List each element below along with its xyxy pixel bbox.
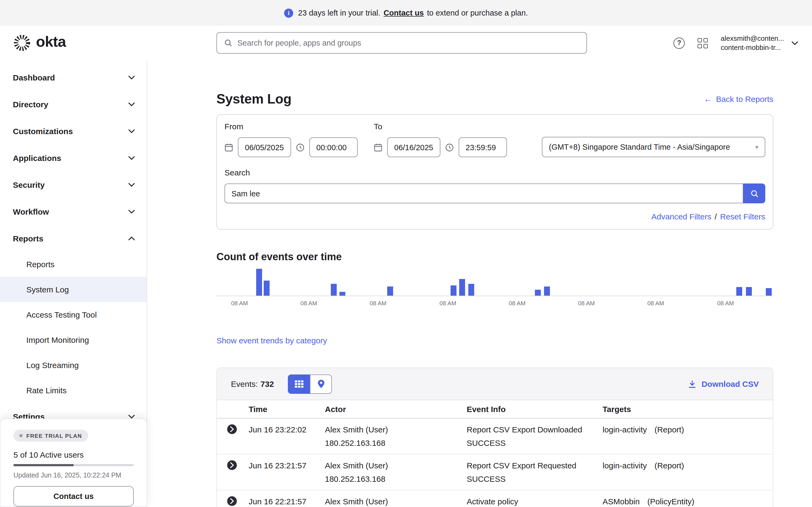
back-to-reports-link[interactable]: ← Back to Reports: [704, 95, 773, 104]
account-email: alexsmith@conten...: [721, 34, 784, 43]
events-table-header: Time Actor Event Info Targets: [217, 400, 773, 418]
sidebar-item-log-streaming[interactable]: Log Streaming: [0, 352, 147, 378]
sidebar-item-dashboard[interactable]: Dashboard: [0, 64, 147, 91]
sidebar-item-label: Security: [13, 180, 45, 189]
sidebar-item-customizations[interactable]: Customizations: [0, 117, 147, 144]
table-view-button[interactable]: [288, 374, 310, 394]
map-view-button[interactable]: [310, 374, 332, 394]
app-switcher-button[interactable]: [698, 38, 708, 48]
events-count-label: Events:: [231, 379, 258, 388]
to-date-input[interactable]: [387, 137, 440, 157]
sidebar-item-reports-sub[interactable]: Reports: [0, 251, 147, 277]
sidebar-subitem-label: Rate Limits: [26, 386, 66, 395]
banner-contact-link[interactable]: Contact us: [384, 9, 424, 17]
event-info: Report CSV Export Downloaded SUCCESS: [467, 423, 603, 450]
sidebar-item-reports[interactable]: Reports: [0, 225, 147, 251]
header-actions: ? alexsmith@conten... content-mobbin-tr.…: [673, 34, 798, 52]
expand-row-button[interactable]: [227, 425, 237, 434]
usage-updated-text: Updated Jun 16, 2025, 10:22:24 PM: [13, 471, 134, 479]
log-search-input[interactable]: [224, 183, 743, 203]
chart-bar: [459, 279, 465, 296]
account-menu[interactable]: alexsmith@conten... content-mobbin-tr...: [721, 34, 798, 52]
event-info: Activate policy SUCCESS: [467, 495, 603, 507]
main-content: System Log ← Back to Reports From: [216, 60, 773, 507]
okta-wordmark: okta: [36, 34, 66, 52]
event-row: Jun 16 22:21:57 Alex Smith (User) 180.25…: [217, 490, 773, 507]
chart-bar: [340, 292, 345, 296]
okta-admin-console: i 23 days left in your trial. Contact us…: [0, 0, 812, 507]
download-csv-link[interactable]: Download CSV: [688, 379, 759, 388]
download-csv-label: Download CSV: [702, 379, 759, 388]
contact-us-button[interactable]: Contact us: [13, 486, 134, 506]
sidebar-item-access-testing-tool[interactable]: Access Testing Tool: [0, 302, 147, 327]
sidebar-item-system-log[interactable]: System Log: [0, 277, 147, 302]
page-title-row: System Log ← Back to Reports: [216, 91, 773, 107]
sidebar-item-applications[interactable]: Applications: [0, 144, 147, 171]
sidebar-item-directory[interactable]: Directory: [0, 91, 147, 117]
info-icon: i: [284, 8, 293, 17]
chart-plot: [216, 264, 773, 296]
chart-tick-label: 08 AM: [509, 300, 525, 306]
help-button[interactable]: ?: [673, 37, 685, 49]
reset-filters-link[interactable]: Reset Filters: [720, 212, 765, 221]
advanced-filters-link[interactable]: Advanced Filters: [651, 212, 711, 221]
okta-logo[interactable]: okta: [13, 34, 66, 52]
from-date-input[interactable]: [238, 137, 291, 157]
sidebar-subitem-label: Reports: [26, 260, 54, 269]
sidebar-item-label: Reports: [13, 234, 43, 243]
clock-icon: [445, 143, 454, 152]
usage-progress-fill: [13, 464, 73, 466]
from-time-input[interactable]: [309, 137, 358, 157]
search-icon: [224, 39, 233, 47]
sidebar-item-rate-limits[interactable]: Rate Limits: [0, 378, 147, 403]
download-icon: [688, 380, 697, 388]
sidebar-item-label: Directory: [13, 100, 48, 109]
events-count: Events: 732: [231, 379, 274, 388]
page-title: System Log: [216, 91, 291, 107]
chart-bar: [736, 287, 742, 296]
to-time-input[interactable]: [459, 137, 507, 157]
sidebar-subitem-label: Import Monitoring: [26, 335, 89, 344]
chevron-down-icon: [129, 183, 135, 186]
sidebar-item-workflow[interactable]: Workflow: [0, 198, 147, 225]
global-search-input[interactable]: [237, 39, 579, 47]
from-filter-group: From: [224, 122, 358, 157]
chart-bar: [766, 288, 772, 296]
sidebar-item-security[interactable]: Security: [0, 171, 147, 198]
expand-row-button[interactable]: [227, 460, 237, 470]
event-actor: Alex Smith (User) 180.252.163.168: [325, 459, 467, 486]
location-pin-icon: [317, 379, 325, 388]
events-panel: Events: 732: [216, 368, 773, 507]
plan-badge: FREE TRIAL PLAN: [13, 430, 88, 442]
event-actor: Alex Smith (User) 180.252.163.168: [325, 423, 467, 450]
search-label: Search: [224, 168, 765, 177]
sidebar-item-import-monitoring[interactable]: Import Monitoring: [0, 327, 147, 352]
chevron-right-icon: [230, 498, 234, 504]
sidebar-item-label: Applications: [13, 153, 61, 162]
event-description: Report CSV Export Requested: [467, 459, 603, 472]
to-label: To: [374, 122, 507, 131]
event-result: SUCCESS: [467, 472, 603, 486]
account-info: alexsmith@conten... content-mobbin-tr...: [721, 34, 784, 52]
timezone-select[interactable]: (GMT+8) Singapore Standard Time - Asia/S…: [542, 137, 765, 157]
event-trends-link[interactable]: Show event trends by category: [216, 336, 327, 345]
target-type: (Report): [654, 425, 684, 434]
chart-bar: [535, 290, 541, 296]
apps-grid-icon: [698, 38, 708, 48]
chart-tick-label: 08 AM: [300, 300, 317, 306]
actor-ip: 180.252.163.168: [325, 472, 467, 486]
chart-bar: [256, 269, 262, 296]
search-icon: [750, 189, 759, 198]
event-targets: login-activity (Report): [603, 423, 773, 450]
chevron-down-icon: [129, 129, 135, 133]
log-search-button[interactable]: [743, 183, 765, 203]
timezone-value: (GMT+8) Singapore Standard Time - Asia/S…: [549, 143, 730, 151]
chevron-down-icon: [129, 102, 135, 106]
expand-row-button[interactable]: [227, 496, 237, 506]
trial-plan-card: FREE TRIAL PLAN 5 of 10 Active users Upd…: [0, 418, 147, 507]
chevron-down-icon: [129, 156, 135, 160]
actor-name: Alex Smith (User): [325, 495, 467, 507]
column-header-targets: Targets: [603, 404, 773, 414]
chevron-down-icon: [129, 414, 135, 418]
target-name: login-activity: [603, 425, 647, 434]
